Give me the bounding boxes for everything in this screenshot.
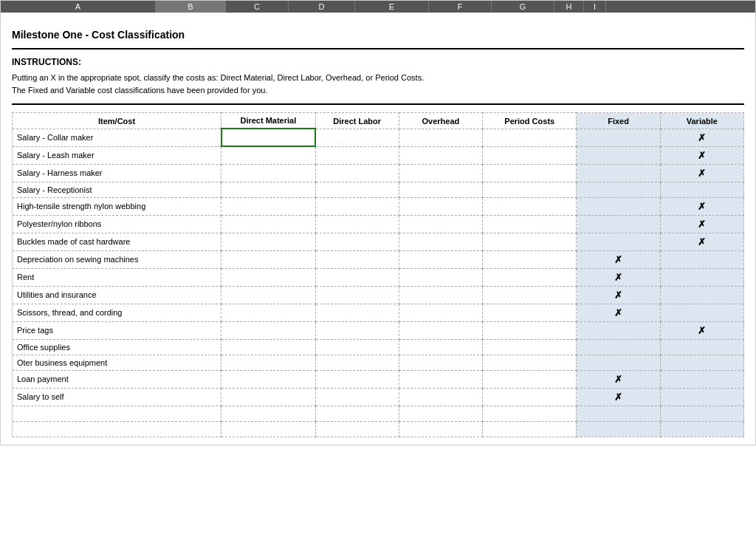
cell-direct-material[interactable] [221,250,315,268]
cell-variable[interactable]: ✗ [660,321,743,339]
col-header-A[interactable]: A [1,1,156,13]
cell-direct-material[interactable] [221,129,315,146]
cell-direct-labor[interactable] [315,182,399,197]
cell-fixed[interactable] [577,339,660,355]
cell-period-costs[interactable] [483,250,577,268]
cell-period-costs[interactable] [483,355,577,370]
cell-variable[interactable] [660,355,743,370]
cell-overhead[interactable] [399,321,482,339]
cell-variable[interactable]: ✗ [660,146,743,164]
col-header-H[interactable]: H [554,1,584,13]
cell-fixed[interactable]: ✗ [577,370,660,388]
cell-variable[interactable]: ✗ [660,215,743,233]
col-header-I[interactable]: I [584,1,606,13]
cell-fixed[interactable] [577,355,660,370]
cell-direct-material[interactable] [221,388,315,406]
cell-direct-material[interactable] [221,286,315,304]
cell-variable[interactable]: ✗ [660,164,743,182]
cell-direct-labor[interactable] [315,286,399,304]
cell-period-costs[interactable] [483,164,577,182]
cell-period-costs[interactable] [483,286,577,304]
cell-fixed[interactable]: ✗ [577,250,660,268]
cell-fixed[interactable]: ✗ [577,304,660,321]
cell-variable[interactable]: ✗ [660,233,743,250]
cell-direct-labor[interactable] [315,321,399,339]
cell-fixed[interactable] [577,215,660,233]
cell-direct-material[interactable] [221,268,315,286]
cell-fixed[interactable] [577,321,660,339]
cell-fixed[interactable] [577,129,660,146]
cell-overhead[interactable] [399,286,482,304]
cell-fixed[interactable] [577,182,660,197]
cell-fixed[interactable]: ✗ [577,286,660,304]
cell-fixed[interactable]: ✗ [577,388,660,406]
cell-fixed[interactable] [577,233,660,250]
col-header-G[interactable]: G [492,1,554,13]
cell-direct-labor[interactable] [315,304,399,321]
cell-variable[interactable]: ✗ [660,129,743,146]
cell-direct-material[interactable] [221,339,315,355]
cell-overhead[interactable] [399,215,482,233]
col-header-F[interactable]: F [429,1,492,13]
cell-direct-material[interactable] [221,304,315,321]
cell-direct-labor[interactable] [315,250,399,268]
cell-period-costs[interactable] [483,339,577,355]
cell-period-costs[interactable] [483,129,577,146]
cell-variable[interactable] [660,286,743,304]
cell-fixed[interactable] [577,197,660,215]
cell-fixed[interactable] [577,146,660,164]
cell-overhead[interactable] [399,129,482,146]
cell-period-costs[interactable] [483,182,577,197]
cell-fixed[interactable]: ✗ [577,268,660,286]
cell-overhead[interactable] [399,268,482,286]
col-header-C[interactable]: C [226,1,289,13]
cell-period-costs[interactable] [483,197,577,215]
cell-direct-material[interactable] [221,321,315,339]
cell-direct-material[interactable] [221,164,315,182]
cell-period-costs[interactable] [483,215,577,233]
cell-direct-material[interactable] [221,215,315,233]
cell-direct-labor[interactable] [315,197,399,215]
cell-overhead[interactable] [399,233,482,250]
cell-overhead[interactable] [399,182,482,197]
cell-direct-labor[interactable] [315,233,399,250]
cell-variable[interactable] [660,268,743,286]
cell-period-costs[interactable] [483,388,577,406]
cell-variable[interactable] [660,304,743,321]
cell-period-costs[interactable] [483,370,577,388]
col-header-E[interactable]: E [355,1,429,13]
cell-overhead[interactable] [399,388,482,406]
cell-direct-labor[interactable] [315,164,399,182]
cell-overhead[interactable] [399,164,482,182]
cell-direct-material[interactable] [221,197,315,215]
cell-overhead[interactable] [399,355,482,370]
cell-overhead[interactable] [399,146,482,164]
cell-direct-labor[interactable] [315,268,399,286]
cell-period-costs[interactable] [483,321,577,339]
cell-period-costs[interactable] [483,268,577,286]
cell-direct-labor[interactable] [315,339,399,355]
cell-direct-material[interactable] [221,370,315,388]
cell-period-costs[interactable] [483,304,577,321]
cell-variable[interactable] [660,250,743,268]
cell-direct-labor[interactable] [315,129,399,146]
cell-direct-labor[interactable] [315,370,399,388]
cell-direct-material[interactable] [221,182,315,197]
cell-variable[interactable] [660,339,743,355]
col-header-B[interactable]: B [156,1,226,13]
cell-direct-material[interactable] [221,146,315,164]
cell-direct-labor[interactable] [315,215,399,233]
cell-direct-material[interactable] [221,233,315,250]
cell-variable[interactable] [660,370,743,388]
cell-variable[interactable] [660,388,743,406]
cell-period-costs[interactable] [483,146,577,164]
cell-period-costs[interactable] [483,233,577,250]
cell-direct-material[interactable] [221,355,315,370]
col-header-D[interactable]: D [289,1,355,13]
cell-overhead[interactable] [399,197,482,215]
cell-overhead[interactable] [399,250,482,268]
cell-fixed[interactable] [577,164,660,182]
cell-direct-labor[interactable] [315,146,399,164]
cell-direct-labor[interactable] [315,355,399,370]
cell-variable[interactable] [660,182,743,197]
